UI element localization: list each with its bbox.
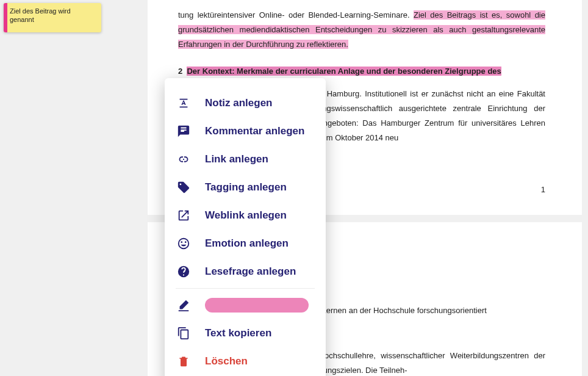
- trash-icon: [177, 355, 190, 368]
- question-icon: [177, 265, 190, 278]
- note-icon: [177, 96, 190, 110]
- app-viewport: Ziel des Beitrag wird genannt tung lektü…: [0, 0, 588, 376]
- menu-item-note[interactable]: Notiz anlegen: [165, 89, 326, 117]
- menu-item-question[interactable]: Lesefrage anlegen: [165, 258, 326, 286]
- comment-icon: [177, 125, 190, 138]
- menu-label: Tagging anlegen: [205, 181, 287, 193]
- menu-item-tagging[interactable]: Tagging anlegen: [165, 173, 326, 201]
- smile-icon: [177, 237, 190, 250]
- menu-label: Notiz anlegen: [205, 97, 273, 109]
- menu-label: Link anlegen: [205, 153, 268, 165]
- menu-separator: [176, 288, 315, 289]
- menu-label: Emotion anlegen: [205, 237, 289, 250]
- sticky-note[interactable]: Ziel des Beitrag wird genannt: [4, 3, 101, 32]
- color-swatch[interactable]: [205, 298, 309, 313]
- menu-label: Kommentar anlegen: [205, 125, 304, 137]
- menu-label: Text kopieren: [205, 327, 271, 339]
- highlight-icon: [177, 298, 190, 312]
- annotation-sidebar: Ziel des Beitrag wird genannt: [0, 0, 134, 376]
- menu-label: Weblink anlegen: [205, 209, 287, 222]
- section-heading: 2 Der Kontext: Merkmale der curricularen…: [178, 64, 545, 79]
- copy-icon: [177, 327, 190, 340]
- tag-icon: [177, 181, 190, 194]
- menu-item-delete[interactable]: Löschen: [165, 347, 326, 375]
- external-link-icon: [177, 209, 190, 222]
- page-number: 1: [541, 185, 545, 194]
- menu-item-comment[interactable]: Kommentar anlegen: [165, 117, 326, 145]
- paragraph-text: tung lektüreintensiver Online- oder Blen…: [178, 10, 414, 20]
- menu-label: Lesefrage anlegen: [205, 266, 296, 278]
- menu-item-copy[interactable]: Text kopieren: [165, 319, 326, 347]
- link-icon: [177, 153, 190, 166]
- menu-item-emotion[interactable]: Emotion anlegen: [165, 230, 326, 258]
- sticky-note-text: Ziel des Beitrag wird genannt: [10, 7, 71, 23]
- menu-item-link[interactable]: Link anlegen: [165, 145, 326, 173]
- menu-item-weblink[interactable]: Weblink anlegen: [165, 201, 326, 230]
- menu-label: Löschen: [205, 355, 248, 367]
- menu-item-highlight-color[interactable]: [165, 291, 326, 319]
- sticky-note-accent: [4, 3, 7, 32]
- section-number: 2: [178, 67, 182, 76]
- context-menu: Notiz anlegen Kommentar anlegen Link anl…: [165, 78, 326, 376]
- paragraph: tung lektüreintensiver Online- oder Blen…: [178, 8, 545, 52]
- highlighted-heading[interactable]: Der Kontext: Merkmale der curricularen A…: [187, 67, 501, 76]
